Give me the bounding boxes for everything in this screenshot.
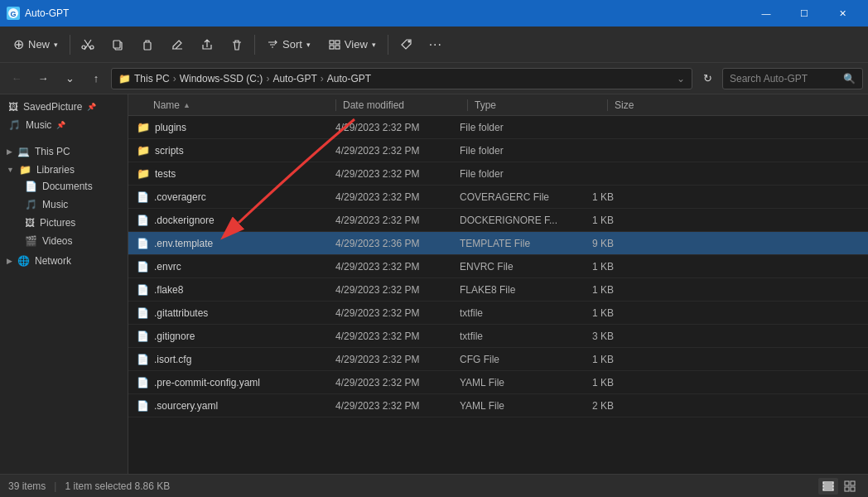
col-divider-3 [607, 99, 608, 111]
pictures-label: Pictures [40, 217, 75, 229]
file-type: txtfile [460, 307, 592, 319]
table-row[interactable]: 📄 .flake8 4/29/2023 2:32 PM FLAKE8 File … [128, 278, 868, 302]
table-row[interactable]: 📄 .isort.cfg 4/29/2023 2:32 PM CFG File … [128, 348, 868, 371]
col-header-type[interactable]: Type [475, 99, 607, 111]
more-icon: ··· [429, 37, 442, 52]
more-button[interactable]: ··· [422, 31, 450, 58]
recent-locations-button[interactable]: ⌄ [58, 68, 81, 89]
copy-button[interactable] [104, 31, 132, 58]
pin-icon-2: 📌 [56, 121, 65, 129]
view-dropdown-icon: ▾ [372, 41, 376, 49]
main-area: 🖼 SavedPicture 📌 🎵 Music 📌 ▶ 💻 This PC ▼… [0, 94, 868, 474]
minimize-button[interactable]: — [747, 0, 785, 27]
new-button[interactable]: ⊕ New ▾ [5, 31, 66, 58]
file-date: 4/29/2023 2:32 PM [335, 307, 460, 319]
table-row[interactable]: 📄 .gitignore 4/29/2023 2:32 PM txtfile 3… [128, 325, 868, 348]
file-size: 1 KB [592, 377, 658, 388]
file-type: CFG File [460, 354, 592, 365]
forward-button[interactable]: → [31, 68, 55, 89]
file-type: YAML File [460, 400, 592, 412]
address-path[interactable]: 📁 This PC › Windows-SSD (C:) › Auto-GPT … [111, 68, 692, 89]
table-row[interactable]: 📁 tests 4/29/2023 2:32 PM File folder [128, 162, 868, 186]
sidebar-item-documents[interactable]: 📄 Documents [2, 177, 126, 195]
delete-button[interactable] [223, 31, 251, 58]
status-separator: | [54, 480, 56, 492]
libraries-chevron: ▼ [7, 166, 14, 174]
svg-point-9 [408, 41, 410, 42]
table-row[interactable]: 📄 .env.template 4/29/2023 2:36 PM TEMPLA… [128, 232, 868, 255]
table-row[interactable]: 📄 .envrc 4/29/2023 2:32 PM ENVRC File 1 … [128, 255, 868, 278]
path-part-1: This PC [134, 73, 170, 84]
sidebar-item-savedpicture[interactable]: 🖼 SavedPicture 📌 [2, 98, 126, 116]
table-row[interactable]: 📁 plugins 4/29/2023 2:32 PM File folder [128, 116, 868, 139]
refresh-button[interactable]: ↻ [696, 68, 719, 89]
share-button[interactable] [193, 31, 221, 58]
sidebar-section-thispc[interactable]: ▶ 💻 This PC [0, 141, 128, 159]
svg-rect-13 [845, 481, 849, 485]
table-row[interactable]: 📄 .pre-commit-config.yaml 4/29/2023 2:32… [128, 371, 868, 394]
col-header-size[interactable]: Size [615, 99, 681, 111]
folder-icon: 📁 [137, 144, 150, 157]
file-date: 4/29/2023 2:36 PM [335, 238, 460, 249]
search-box[interactable]: Search Auto-GPT 🔍 [722, 68, 863, 89]
folder-icon: 📁 [118, 73, 131, 84]
table-row[interactable]: 📄 .coveragerc 4/29/2023 2:32 PM COVERAGE… [128, 186, 868, 209]
file-size: 1 KB [592, 215, 658, 226]
file-type: File folder [460, 145, 592, 157]
table-row[interactable]: 📄 .sourcery.yaml 4/29/2023 2:32 PM YAML … [128, 394, 868, 417]
table-row[interactable]: 📄 .gitattributes 4/29/2023 2:32 PM txtfi… [128, 302, 868, 325]
file-list: Name ▲ Date modified Type Size 📁 plugins… [128, 94, 868, 474]
up-button[interactable]: ↑ [84, 68, 108, 89]
folder-icon: 📁 [137, 167, 150, 180]
window-controls: — ☐ ✕ [747, 0, 861, 27]
svg-text:G: G [10, 10, 16, 18]
sidebar-item-music-pinned[interactable]: 🎵 Music 📌 [2, 116, 126, 134]
tiles-view-button[interactable] [840, 478, 860, 495]
col-header-date[interactable]: Date modified [343, 99, 467, 111]
view-button[interactable]: View ▾ [321, 31, 384, 58]
sort-label: Sort [282, 38, 302, 51]
maximize-button[interactable]: ☐ [785, 0, 823, 27]
sidebar-item-videos[interactable]: 🎬 Videos [2, 232, 126, 250]
file-date: 4/29/2023 2:32 PM [335, 354, 460, 365]
close-button[interactable]: ✕ [823, 0, 861, 27]
sidebar-item-pictures[interactable]: 🖼 Pictures [2, 214, 126, 232]
sidebar-section-network[interactable]: ▶ 🌐 Network [0, 250, 128, 268]
table-row[interactable]: 📁 scripts 4/29/2023 2:32 PM File folder [128, 139, 868, 162]
details-view-button[interactable] [818, 478, 838, 495]
tag-button[interactable] [392, 31, 420, 58]
file-icon: 📄 [137, 238, 149, 249]
sort-button[interactable]: Sort ▾ [258, 31, 319, 58]
back-button[interactable]: ← [5, 68, 28, 89]
sidebar-item-label: Music [26, 119, 51, 131]
sidebar-section-libraries[interactable]: ▼ 📁 Libraries [0, 159, 128, 177]
sidebar: 🖼 SavedPicture 📌 🎵 Music 📌 ▶ 💻 This PC ▼… [0, 94, 128, 474]
pin-icon: 📌 [87, 103, 96, 111]
file-date: 4/29/2023 2:32 PM [335, 215, 460, 226]
videos-label: Videos [42, 235, 72, 247]
file-type: txtfile [460, 331, 592, 342]
file-name: plugins [155, 122, 186, 133]
svg-rect-4 [144, 42, 151, 50]
file-type: COVERAGERC File [460, 191, 592, 203]
cut-button[interactable] [74, 31, 102, 58]
documents-label: Documents [42, 181, 93, 192]
rename-button[interactable] [163, 31, 191, 58]
file-date: 4/29/2023 2:32 PM [335, 145, 460, 157]
table-row[interactable]: 📄 .dockerignore 4/29/2023 2:32 PM DOCKER… [128, 209, 868, 232]
titlebar: G Auto-GPT — ☐ ✕ [0, 0, 868, 27]
sidebar-item-music[interactable]: 🎵 Music [2, 195, 126, 214]
sidebar-item-label: SavedPicture [23, 101, 82, 113]
file-name: .pre-commit-config.yaml [154, 377, 260, 388]
svg-rect-14 [851, 481, 855, 485]
file-date: 4/29/2023 2:32 PM [335, 400, 460, 412]
paste-button[interactable] [133, 31, 162, 58]
svg-rect-3 [113, 41, 120, 48]
file-list-header: Name ▲ Date modified Type Size [128, 94, 868, 116]
toolbar-sep-2 [254, 35, 255, 55]
col-header-name[interactable]: Name ▲ [128, 99, 335, 111]
libraries-label: Libraries [36, 164, 75, 176]
col-size-label: Size [615, 99, 634, 111]
file-size: 1 KB [592, 354, 658, 365]
file-type: ENVRC File [460, 261, 592, 273]
